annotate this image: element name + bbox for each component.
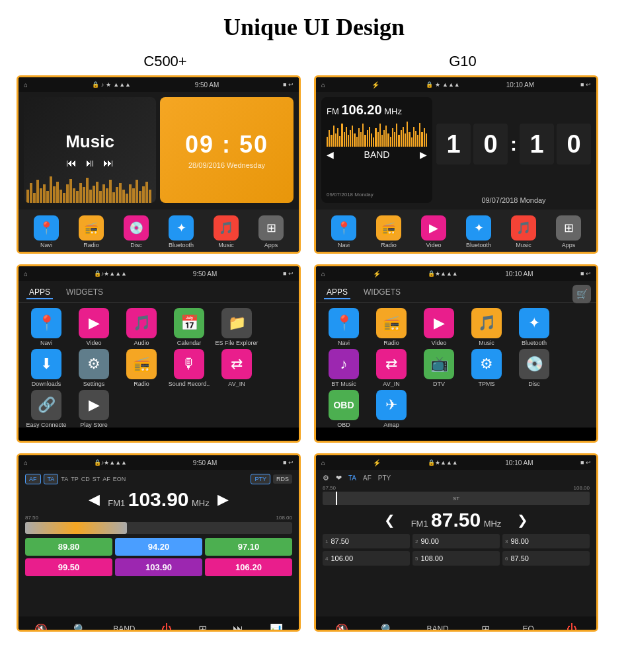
c500-power-btn[interactable]: ⏻: [161, 623, 172, 632]
tab-apps[interactable]: APPS: [26, 286, 53, 299]
g10-next-btn[interactable]: ▶: [420, 149, 427, 160]
preset-1[interactable]: 89.80: [25, 538, 112, 556]
g10-prev-btn[interactable]: ❮: [384, 512, 395, 528]
c500-grid-btn[interactable]: ⊞: [198, 623, 207, 632]
g10-app-apps[interactable]: ⊞ Apps: [549, 215, 588, 248]
grid-play-store[interactable]: ▶ Play Store: [71, 390, 116, 428]
tag-rds[interactable]: RDS: [273, 474, 292, 484]
grid-radio[interactable]: 📻 Radio: [119, 349, 164, 387]
g10-grid-obd[interactable]: OBD OBD: [321, 390, 366, 428]
g10-grid-bt-label: Bluetooth: [522, 340, 547, 346]
grid-dl-label: Downloads: [32, 381, 61, 387]
app-music[interactable]: 🎵 Music: [206, 215, 246, 248]
c500-vol-btn[interactable]: 🔇: [34, 623, 48, 632]
bt-label: Bluetooth: [169, 242, 194, 248]
g10-app-video[interactable]: ▶ Video: [414, 215, 453, 248]
app-disc[interactable]: 💿 Disc: [116, 215, 156, 248]
g10-vol-btn[interactable]: 🔇: [335, 623, 348, 632]
g10-app-radio[interactable]: 📻 Radio: [369, 215, 409, 248]
grid-sound-rec[interactable]: 🎙 Sound Record..: [167, 349, 212, 387]
g10-grid-disc[interactable]: 💿 Disc: [512, 349, 557, 387]
g10-app-bt[interactable]: ✦ Bluetooth: [459, 215, 498, 248]
g10-power-btn[interactable]: ⏻: [567, 623, 577, 632]
g10-band-btn[interactable]: BAND: [426, 624, 448, 632]
grid-navi[interactable]: 📍 Navi: [24, 308, 69, 346]
tab-widgets[interactable]: WIDGETS: [63, 286, 106, 299]
g10-app-navi[interactable]: 📍 Navi: [324, 215, 364, 248]
grid-easy-conn[interactable]: 🔗 Easy Connecte: [24, 390, 69, 428]
preset-3[interactable]: 97.10: [205, 538, 292, 556]
c500-radio-screen: ⌂ 🔒♪★▲▲▲ 9:50 AM ■ ↩ AF TA TA TP CD ST A…: [17, 453, 301, 632]
g10-preset-5[interactable]: 5 108.00: [412, 551, 500, 566]
g10-grid-radio[interactable]: 📻 Radio: [369, 308, 414, 346]
g10-grid-btn[interactable]: ⊞: [481, 623, 490, 632]
g10-settings-icon[interactable]: ⚙: [323, 474, 329, 482]
g10-search-btn[interactable]: 🔍: [381, 623, 394, 632]
g10-store-icon[interactable]: 🛒: [572, 285, 591, 303]
c500-apps-tabs: APPS WIDGETS: [19, 281, 299, 303]
grid-video[interactable]: ▶ Video: [71, 308, 116, 346]
tag-eon: EON: [113, 476, 126, 482]
g10-grid-video[interactable]: ▶ Video: [416, 308, 461, 346]
g10-freq-display: FM1 87.50 MHz: [411, 509, 502, 531]
g10-grid-bt[interactable]: ✦ Bluetooth: [512, 308, 557, 346]
app-apps[interactable]: ⊞ Apps: [251, 215, 291, 248]
g10-grid-btmusic[interactable]: ♪ BT Music: [321, 349, 366, 387]
app-navi[interactable]: 📍 Navi: [26, 215, 66, 248]
radio-icon: 📻: [79, 215, 104, 241]
g10-tab-widgets[interactable]: WIDGETS: [361, 286, 403, 299]
c500-band-btn[interactable]: BAND: [113, 624, 135, 632]
g10-eq-btn[interactable]: EQ: [523, 624, 534, 632]
c500-next-freq[interactable]: ▶: [217, 491, 229, 508]
g10-preset-3[interactable]: 3 98.00: [502, 534, 590, 548]
c500-radio-time: 9:50 AM: [193, 459, 217, 467]
grid-calendar[interactable]: 📅 Calendar: [167, 308, 212, 346]
preset-4[interactable]: 99.50: [25, 558, 112, 576]
g10-freq-range-labels: 87.50 108.00: [323, 485, 590, 491]
g10-fav-icon[interactable]: ❤: [336, 474, 342, 482]
grid-es-file[interactable]: 📁 ES File Explorer: [214, 308, 259, 346]
c500-eq-btn[interactable]: 📊: [270, 623, 283, 632]
g10-grid-avin[interactable]: ⇄ AV_IN: [369, 349, 414, 387]
tag-pty[interactable]: PTY: [251, 474, 270, 484]
c500-freq-range: 87.50 108.00: [25, 515, 292, 521]
tag-af[interactable]: AF: [25, 474, 41, 484]
g10-grid-amap[interactable]: ✈ Amap: [369, 390, 414, 428]
g10-preset-4[interactable]: 4 106.00: [323, 551, 410, 566]
app-radio[interactable]: 📻 Radio: [71, 215, 111, 248]
grid-video-icon: ▶: [79, 308, 109, 338]
g10-preset-6[interactable]: 6 87.50: [502, 551, 590, 566]
tag-ta[interactable]: TA: [44, 474, 59, 484]
grid-audio[interactable]: 🎵 Audio: [119, 308, 164, 346]
prev-btn[interactable]: ⏮: [66, 157, 77, 169]
g10-app-music[interactable]: 🎵 Music: [504, 215, 543, 248]
grid-downloads[interactable]: ⬇ Downloads: [24, 349, 69, 387]
c500-prev-freq[interactable]: ◀: [89, 491, 100, 508]
g10-grid-tpms[interactable]: ⚙ TPMS: [464, 349, 509, 387]
c500-music-controls[interactable]: ⏮ ⏯ ⏭: [66, 157, 114, 169]
grid-avin[interactable]: ⇄ AV_IN: [214, 349, 259, 387]
g10-preset-1[interactable]: 1 87.50: [323, 534, 410, 548]
g10-preset-2[interactable]: 2 90.00: [412, 534, 500, 548]
g10-video-label: Video: [426, 242, 442, 248]
g10-grid-navi[interactable]: 📍 Navi: [321, 308, 366, 346]
preset-2[interactable]: 94.20: [115, 538, 202, 556]
app-bluetooth[interactable]: ✦ Bluetooth: [161, 215, 201, 248]
g10-radio-controls[interactable]: ◀ BAND ▶: [327, 149, 427, 160]
g10-grid-avin-icon: ⇄: [376, 349, 407, 379]
play-btn[interactable]: ⏯: [85, 157, 95, 169]
g10-next-btn[interactable]: ❯: [517, 512, 528, 528]
preset-6[interactable]: 106.20: [205, 558, 292, 576]
c500-status-bar: ⌂ 🔒 ♪ ★ ▲▲▲ 9:50 AM ■ ↩: [19, 77, 299, 92]
c500-skip-btn[interactable]: ⏭: [233, 623, 243, 632]
grid-settings[interactable]: ⚙ Settings: [71, 349, 116, 387]
g10-prev-btn[interactable]: ◀: [327, 149, 334, 160]
g10-grid-music[interactable]: 🎵 Music: [464, 308, 509, 346]
preset-5[interactable]: 103.90: [115, 558, 202, 576]
g10-grid-dtv[interactable]: 📺 DTV: [416, 349, 461, 387]
g10-tab-apps[interactable]: APPS: [324, 286, 350, 299]
c500-search-btn[interactable]: 🔍: [73, 623, 87, 632]
g10-home-icon: ⌂: [321, 81, 325, 89]
g10-home-screen: ⌂ ⚡ 🔒 ★ ▲▲▲ 10:10 AM ■ ↩ FM 106.20 MHz: [314, 75, 598, 254]
next-btn[interactable]: ⏭: [103, 157, 114, 169]
